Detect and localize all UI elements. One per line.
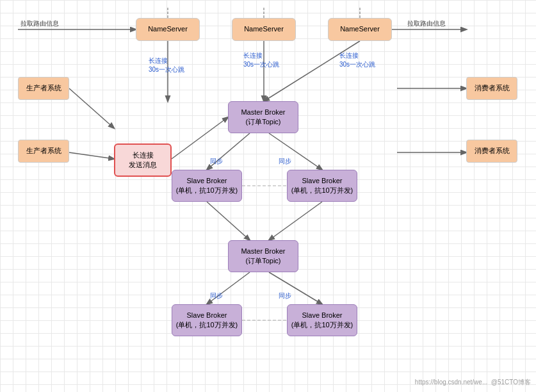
slave-broker-bottom-right: Slave Broker(单机，抗10万并发) — [287, 304, 357, 336]
slave-broker-top-left: Slave Broker(单机，抗10万并发) — [172, 170, 242, 202]
slave-broker-top-right: Slave Broker(单机，抗10万并发) — [287, 170, 357, 202]
label-longconn-2: 长连接30s一次心跳 — [243, 51, 279, 69]
label-sync-3: 同步 — [210, 291, 223, 300]
consumer-1: 消费者系统 — [466, 77, 517, 100]
nameserver-2: NameServer — [232, 18, 296, 41]
label-longconn-1: 长连接30s一次心跳 — [149, 56, 184, 74]
label-longconn-3: 长连接30s一次心跳 — [339, 51, 375, 69]
consumer-2: 消费者系统 — [466, 140, 517, 163]
label-pull-route-left: 拉取路由信息 — [20, 19, 59, 28]
master-broker-bottom: Master Broker(订单Topic) — [228, 240, 298, 272]
diagram-container: NameServer NameServer NameServer 生产者系统 生… — [0, 0, 536, 392]
highlight-box: 长连接发送消息 — [114, 143, 172, 177]
nameserver-1: NameServer — [136, 18, 200, 41]
label-sync-2: 同步 — [279, 157, 291, 166]
nameserver-3: NameServer — [328, 18, 392, 41]
producer-1: 生产者系统 — [18, 77, 69, 100]
label-pull-route-right: 拉取路由信息 — [407, 19, 446, 28]
producer-2: 生产者系统 — [18, 140, 69, 163]
master-broker-top: Master Broker(订单Topic) — [228, 101, 298, 133]
label-sync-1: 同步 — [210, 157, 223, 166]
watermark: https://blog.csdn.net/we... @51CTO博客 — [415, 378, 531, 387]
slave-broker-bottom-left: Slave Broker(单机，抗10万并发) — [172, 304, 242, 336]
label-sync-4: 同步 — [279, 291, 291, 300]
